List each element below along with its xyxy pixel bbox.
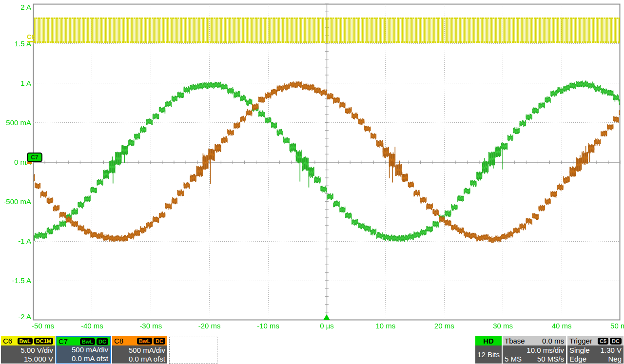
channel-header: C7 BwLDC xyxy=(57,337,110,345)
c8-badge-dc: DC xyxy=(154,338,165,345)
c7-badge-bwl: BwL xyxy=(80,338,95,345)
trigger-header: Trigger C5 DC xyxy=(567,336,624,345)
channel-id: C7 xyxy=(58,337,68,345)
c8-zero-level-dash[interactable] xyxy=(27,162,32,164)
channel-scale: 500 mA/div xyxy=(114,346,165,355)
channel-descriptor-c8[interactable]: C8 BwLDC 500 mA/div 0.0 mA ofst xyxy=(112,336,167,364)
c6-channel-marker[interactable]: C6 xyxy=(27,34,35,40)
x-axis-label: 50 ms xyxy=(601,322,624,329)
timebase-delay: 0.0 ms xyxy=(542,337,564,345)
trigger-type: Edge xyxy=(569,355,586,364)
c6-zero-level-dash xyxy=(27,41,35,42)
channel-descriptor-c6[interactable]: C6 BwLDC1M 5.00 V/div 15.000 V xyxy=(1,336,55,364)
trigger-time-marker[interactable] xyxy=(323,314,330,320)
channel-header: C8 BwLDC xyxy=(112,336,167,345)
channel-id: C6 xyxy=(3,337,12,345)
timebase-label: Tbase xyxy=(505,337,525,345)
timebase-scale: 10.0 ms/div xyxy=(505,346,564,355)
y-axis-label: -500 mA xyxy=(0,198,31,205)
x-axis-label: 10 ms xyxy=(366,322,405,329)
channel-settings: 500 mA/div 0.0 mA ofst xyxy=(57,345,110,363)
channel-offset: 15.000 V xyxy=(3,355,53,364)
channel-settings: 500 mA/div 0.0 mA ofst xyxy=(112,345,167,364)
y-axis-label: -2 A xyxy=(0,313,31,320)
y-axis-label: 2 A xyxy=(0,3,31,11)
empty-descriptor-slot[interactable] xyxy=(169,337,217,364)
trigger-coupling-badge: DC xyxy=(610,338,622,345)
x-axis-label: 20 ms xyxy=(425,322,464,329)
timebase-memory: 5 MS xyxy=(505,355,522,364)
hd-header: HD xyxy=(475,336,502,345)
x-axis-label: 40 ms xyxy=(542,322,581,329)
y-axis-label: 1 A xyxy=(0,79,31,87)
channel-descriptor-c7[interactable]: C7 BwLDC 500 mA/div 0.0 mA ofst xyxy=(56,336,111,364)
x-axis-label: 0 µs xyxy=(308,322,347,329)
c6-badge-bwl: BwL xyxy=(18,338,33,345)
hd-mode-box[interactable]: HD 12 Bits xyxy=(475,336,502,364)
c6-badge-dc1m: DC1M xyxy=(34,338,53,345)
trigger-label: Trigger xyxy=(569,337,592,345)
y-axis-label: 1.5 A xyxy=(0,40,31,47)
y-axis-label: 500 mA xyxy=(0,119,31,126)
trigger-settings: Single 1.30 V Edge Neg xyxy=(567,345,624,364)
trigger-source-badge: C5 xyxy=(598,338,608,345)
channel-offset: 0.0 mA ofst xyxy=(114,355,165,364)
waveform-display[interactable] xyxy=(0,0,624,336)
timebase-sample-rate: 50 MS/s xyxy=(537,355,564,364)
y-axis-label: -1 A xyxy=(0,237,31,245)
channel-scale: 500 mA/div xyxy=(58,345,108,354)
trigger-descriptor-box[interactable]: Trigger C5 DC Single 1.30 V Edge Neg xyxy=(567,336,624,364)
timebase-descriptor-box[interactable]: Tbase 0.0 ms 10.0 ms/div 5 MS 50 MS/s xyxy=(503,336,566,364)
x-axis-label: -20 ms xyxy=(190,322,229,329)
oscilloscope-screen: 2 A1.5 A1 A500 mA0 mA-500 mA-1 A-1.5 A-2… xyxy=(0,0,624,364)
x-axis-label: -30 ms xyxy=(131,322,170,329)
hd-bits: 12 Bits xyxy=(475,345,502,364)
channel-settings: 5.00 V/div 15.000 V xyxy=(1,345,55,364)
c8-badge-bwl: BwL xyxy=(137,338,152,345)
x-axis-label: -50 ms xyxy=(23,322,62,329)
channel-offset: 0.0 mA ofst xyxy=(58,354,108,363)
trigger-mode: Single xyxy=(569,346,590,355)
channel-header: C6 BwLDC1M xyxy=(1,336,55,345)
c7-channel-marker[interactable]: C7 xyxy=(27,153,42,162)
x-axis-label: -10 ms xyxy=(249,322,288,329)
timebase-header: Tbase 0.0 ms xyxy=(503,336,566,345)
timebase-settings: 10.0 ms/div 5 MS 50 MS/s xyxy=(503,345,566,364)
channel-scale: 5.00 V/div xyxy=(3,346,53,355)
x-axis-label: -40 ms xyxy=(73,322,112,329)
c7-badge-dc: DC xyxy=(97,338,108,345)
hd-label: HD xyxy=(483,337,494,345)
trigger-level: 1.30 V xyxy=(601,346,622,355)
channel-id: C8 xyxy=(114,337,123,345)
x-axis-label: 30 ms xyxy=(484,322,523,329)
trigger-slope: Neg xyxy=(608,355,622,364)
y-axis-label: -1.5 A xyxy=(0,277,31,284)
